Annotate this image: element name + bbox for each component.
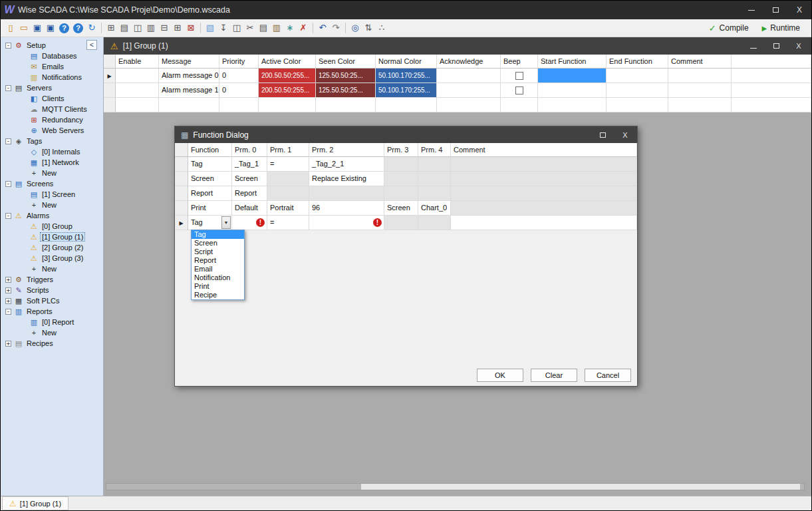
prm1-cell[interactable]: = <box>267 216 309 230</box>
undo-icon[interactable]: ↶ <box>316 21 329 35</box>
sidebar-item-group-0[interactable]: ⚠[0] Group <box>1 221 103 232</box>
dropdown-option-print[interactable]: Print <box>192 282 244 291</box>
dropdown-option-report[interactable]: Report <box>192 256 244 265</box>
prm1-cell[interactable]: Portrait <box>267 201 309 216</box>
redo-icon[interactable]: ↷ <box>329 21 342 35</box>
normal-color-cell[interactable]: 50.100.170:255... <box>376 83 437 98</box>
column-header-acknowledge[interactable]: Acknowledge <box>437 55 501 69</box>
start-function-cell[interactable] <box>538 98 607 112</box>
column-header-active-color[interactable]: Active Color <box>259 55 316 69</box>
excel-export-icon[interactable]: ⊠ <box>184 21 198 35</box>
image-icon[interactable]: ▧ <box>203 21 217 35</box>
dropdown-option-screen[interactable]: Screen <box>192 239 244 248</box>
column-header-comment[interactable]: Comment <box>451 143 637 157</box>
checkbox[interactable] <box>515 72 523 80</box>
sidebar-item-network[interactable]: ▦[1] Network <box>1 157 103 168</box>
topology-icon[interactable]: ∴ <box>375 21 388 35</box>
acknowledge-cell[interactable] <box>437 83 501 98</box>
column-header-normal-color[interactable]: Normal Color <box>376 55 437 69</box>
column-header-prm4[interactable]: Prm. 4 <box>418 143 451 157</box>
cancel-button[interactable]: Cancel <box>585 369 631 382</box>
align-center-icon[interactable]: ◫ <box>131 21 144 35</box>
comment-cell[interactable] <box>451 201 637 216</box>
message-cell[interactable]: Alarm message 1! <box>159 83 219 98</box>
sidebar-item-group-2[interactable]: ⚠[2] Group (2) <box>1 242 103 253</box>
start-function-cell[interactable] <box>538 83 607 98</box>
priority-cell[interactable]: 0 <box>219 69 259 83</box>
scrollbar-thumb[interactable] <box>361 484 800 490</box>
sidebar-item-redundancy[interactable]: ⊞Redundancy <box>1 114 103 125</box>
expander-icon[interactable]: - <box>5 309 11 315</box>
sidebar-item-reports-new[interactable]: +New <box>1 327 103 338</box>
link-icon[interactable]: ◫ <box>230 21 243 35</box>
sidebar-item-recipes[interactable]: +▤Recipes <box>1 338 103 349</box>
sidebar-item-triggers[interactable]: +⚙Triggers <box>1 274 103 285</box>
sidebar-item-scripts[interactable]: +✎Scripts <box>1 285 103 295</box>
active-color-cell[interactable] <box>259 98 316 112</box>
expander-icon[interactable]: + <box>5 341 11 347</box>
sidebar-item-screen-1[interactable]: ▤[1] Screen <box>1 189 103 200</box>
column-header-start-function[interactable]: Start Function <box>538 55 607 69</box>
sidebar-item-report-0[interactable]: ▥[0] Report <box>1 317 103 327</box>
beep-cell[interactable] <box>501 83 538 98</box>
prm2-cell[interactable]: _Tag_2_1 <box>309 157 384 172</box>
function-cell[interactable]: Screen <box>188 172 232 186</box>
sidebar-item-alarms[interactable]: -⚠Alarms <box>1 210 103 221</box>
start-function-cell-selected[interactable] <box>538 69 607 83</box>
column-header-priority[interactable]: Priority <box>219 55 259 69</box>
enable-cell[interactable] <box>116 98 159 112</box>
expander-icon[interactable]: + <box>5 277 11 283</box>
comment-cell[interactable] <box>451 172 637 186</box>
sidebar-item-emails[interactable]: ✉Emails <box>1 61 103 72</box>
end-function-cell[interactable] <box>607 69 668 83</box>
column-header-prm2[interactable]: Prm. 2 <box>309 143 384 157</box>
horizontal-scrollbar[interactable] <box>106 483 805 490</box>
sidebar-item-reports[interactable]: -▥Reports <box>1 306 103 317</box>
sidebar-item-soft-plcs[interactable]: +▦Soft PLCs <box>1 295 103 306</box>
message-cell[interactable] <box>159 98 219 112</box>
grid-view-icon[interactable]: ⊞ <box>171 21 184 35</box>
comment-cell[interactable] <box>451 157 637 172</box>
dialog-restore-button[interactable] <box>597 131 609 139</box>
dropdown-option-script[interactable]: Script <box>192 248 244 256</box>
prm1-cell[interactable]: = <box>267 157 309 172</box>
prm0-cell-error[interactable]: ! <box>232 216 267 230</box>
sidebar-item-tags[interactable]: -◈Tags <box>1 136 103 146</box>
active-color-cell[interactable]: 200.50.50:255... <box>259 69 316 83</box>
dropdown-option-tag[interactable]: Tag <box>192 230 244 239</box>
help-icon[interactable]: ? <box>59 23 69 33</box>
save-icon[interactable]: ▣ <box>31 21 44 35</box>
prm4-cell[interactable]: Chart_0 <box>418 201 451 216</box>
sidebar-collapse-button[interactable]: < <box>86 40 97 50</box>
acknowledge-cell[interactable] <box>437 69 501 83</box>
sidebar-item-alarms-new[interactable]: +New <box>1 263 103 274</box>
dialog-close-button[interactable]: X <box>619 131 631 139</box>
edit-screen-icon[interactable]: ⊞ <box>104 21 118 35</box>
beep-cell[interactable] <box>501 69 538 83</box>
column-header-seen-color[interactable]: Seen Color <box>316 55 376 69</box>
column-header-message[interactable]: Message <box>159 55 219 69</box>
acknowledge-cell[interactable] <box>437 98 501 112</box>
column-header-prm3[interactable]: Prm. 3 <box>384 143 418 157</box>
end-function-cell[interactable] <box>607 83 668 98</box>
expander-icon[interactable]: + <box>5 298 11 304</box>
child-restore-button[interactable] <box>770 42 782 50</box>
expander-icon[interactable]: - <box>5 85 11 91</box>
compile-button[interactable]: ✓Compile <box>709 23 749 33</box>
runtime-button[interactable]: ▶Runtime <box>762 23 800 33</box>
prm0-cell[interactable]: Default <box>232 201 267 216</box>
prm2-cell-error[interactable]: ! <box>309 216 384 230</box>
align-right-icon[interactable]: ▥ <box>144 21 158 35</box>
child-minimize-button[interactable] <box>747 42 759 50</box>
comment-cell[interactable] <box>451 216 637 230</box>
beep-cell[interactable] <box>501 98 538 112</box>
sidebar-item-screens[interactable]: -▤Screens <box>1 178 103 189</box>
seen-color-cell[interactable]: 125.50.50:25... <box>316 83 376 98</box>
message-cell[interactable]: Alarm message 0! <box>159 69 219 83</box>
column-header-comment[interactable]: Comment <box>668 55 732 69</box>
import-icon[interactable]: ↧ <box>217 21 230 35</box>
active-color-cell[interactable]: 200.50.50:255... <box>259 83 316 98</box>
function-cell-editing[interactable]: Tag▼ <box>188 216 232 230</box>
checkbox[interactable] <box>515 86 523 94</box>
delete-icon[interactable]: ✗ <box>297 21 310 35</box>
